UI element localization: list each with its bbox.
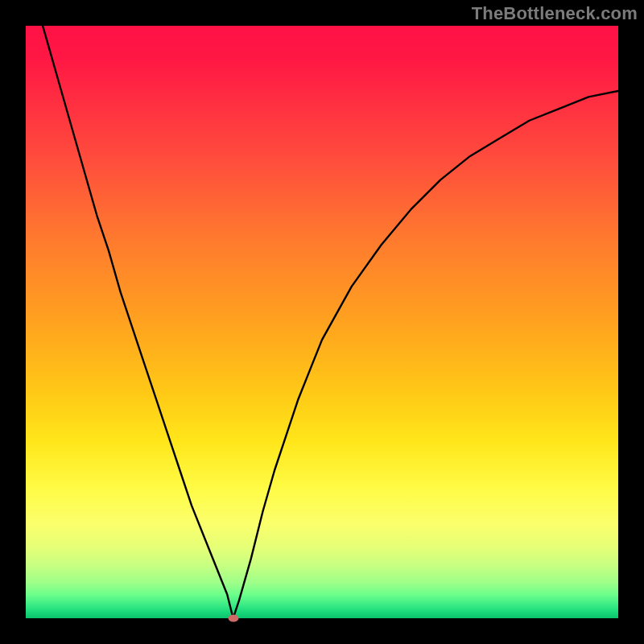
bottleneck-curve bbox=[26, 26, 618, 618]
watermark-text: TheBottleneck.com bbox=[472, 3, 638, 24]
chart-frame: TheBottleneck.com bbox=[0, 0, 644, 644]
minimum-marker bbox=[228, 615, 238, 622]
chart-plot-area bbox=[26, 26, 618, 618]
